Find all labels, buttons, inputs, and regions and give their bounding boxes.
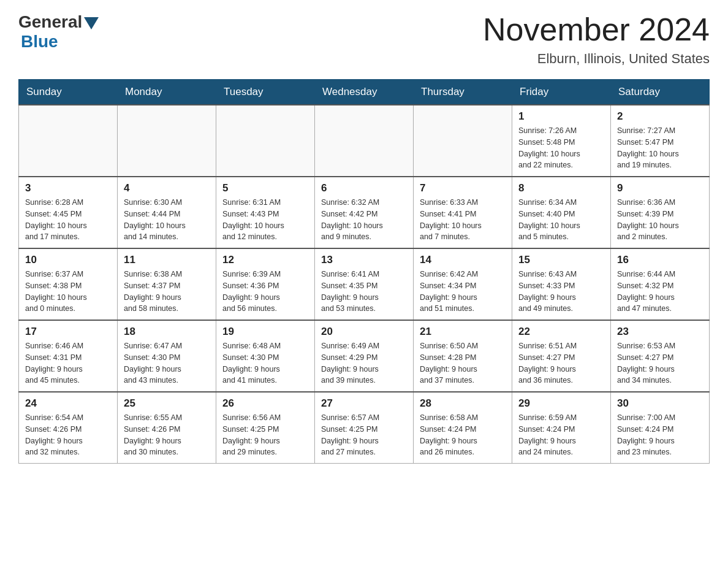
calendar-header-row: SundayMondayTuesdayWednesdayThursdayFrid… [19,80,710,105]
day-info: Sunrise: 6:34 AMSunset: 4:40 PMDaylight:… [518,197,604,243]
logo-triangle-icon [84,17,99,29]
calendar-day-header: Tuesday [216,80,315,105]
calendar-week-row: 1Sunrise: 7:26 AMSunset: 5:48 PMDaylight… [19,105,710,177]
day-number: 3 [25,182,111,194]
calendar-cell: 1Sunrise: 7:26 AMSunset: 5:48 PMDaylight… [512,105,611,177]
calendar-cell: 10Sunrise: 6:37 AMSunset: 4:38 PMDayligh… [19,248,118,320]
day-number: 10 [25,254,111,266]
calendar-cell: 17Sunrise: 6:46 AMSunset: 4:31 PMDayligh… [19,320,118,392]
day-info: Sunrise: 6:48 AMSunset: 4:30 PMDaylight:… [222,340,308,386]
day-info: Sunrise: 6:56 AMSunset: 4:25 PMDaylight:… [222,412,308,458]
calendar-cell [216,105,315,177]
day-info: Sunrise: 6:39 AMSunset: 4:36 PMDaylight:… [222,269,308,315]
day-number: 14 [420,254,506,266]
day-info: Sunrise: 6:33 AMSunset: 4:41 PMDaylight:… [420,197,506,243]
day-info: Sunrise: 6:46 AMSunset: 4:31 PMDaylight:… [25,340,111,386]
day-number: 28 [420,397,506,410]
day-number: 23 [617,326,703,338]
calendar-day-header: Friday [512,80,611,105]
day-info: Sunrise: 6:41 AMSunset: 4:35 PMDaylight:… [321,269,407,315]
day-number: 27 [321,397,407,410]
calendar-cell: 15Sunrise: 6:43 AMSunset: 4:33 PMDayligh… [512,248,611,320]
calendar-cell: 23Sunrise: 6:53 AMSunset: 4:27 PMDayligh… [611,320,710,392]
day-number: 22 [518,326,604,338]
day-number: 12 [222,254,308,266]
logo: General Blue [18,12,100,52]
day-number: 9 [617,182,703,194]
day-info: Sunrise: 6:43 AMSunset: 4:33 PMDaylight:… [518,269,604,315]
calendar-cell: 27Sunrise: 6:57 AMSunset: 4:25 PMDayligh… [315,392,414,464]
calendar-day-header: Saturday [611,80,710,105]
day-info: Sunrise: 6:38 AMSunset: 4:37 PMDaylight:… [124,269,210,315]
day-info: Sunrise: 6:47 AMSunset: 4:30 PMDaylight:… [124,340,210,386]
day-info: Sunrise: 7:27 AMSunset: 5:47 PMDaylight:… [617,125,703,171]
day-info: Sunrise: 6:50 AMSunset: 4:28 PMDaylight:… [420,340,506,386]
calendar-table: SundayMondayTuesdayWednesdayThursdayFrid… [18,79,710,464]
day-number: 11 [124,254,210,266]
day-info: Sunrise: 6:30 AMSunset: 4:44 PMDaylight:… [124,197,210,243]
day-info: Sunrise: 6:44 AMSunset: 4:32 PMDaylight:… [617,269,703,315]
calendar-cell: 20Sunrise: 6:49 AMSunset: 4:29 PMDayligh… [315,320,414,392]
day-number: 4 [124,182,210,194]
calendar-cell: 4Sunrise: 6:30 AMSunset: 4:44 PMDaylight… [118,177,216,248]
calendar-cell: 6Sunrise: 6:32 AMSunset: 4:42 PMDaylight… [315,177,414,248]
day-number: 20 [321,326,407,338]
calendar-cell: 26Sunrise: 6:56 AMSunset: 4:25 PMDayligh… [216,392,315,464]
calendar-cell: 25Sunrise: 6:55 AMSunset: 4:26 PMDayligh… [118,392,216,464]
month-title: November 2024 [483,12,710,47]
calendar-cell: 11Sunrise: 6:38 AMSunset: 4:37 PMDayligh… [118,248,216,320]
day-number: 15 [518,254,604,266]
day-number: 24 [25,397,111,410]
calendar-cell: 9Sunrise: 6:36 AMSunset: 4:39 PMDaylight… [611,177,710,248]
calendar-cell: 2Sunrise: 7:27 AMSunset: 5:47 PMDaylight… [611,105,710,177]
day-number: 17 [25,326,111,338]
calendar-day-header: Monday [118,80,216,105]
day-number: 13 [321,254,407,266]
calendar-cell: 8Sunrise: 6:34 AMSunset: 4:40 PMDaylight… [512,177,611,248]
calendar-week-row: 3Sunrise: 6:28 AMSunset: 4:45 PMDaylight… [19,177,710,248]
calendar-cell: 29Sunrise: 6:59 AMSunset: 4:24 PMDayligh… [512,392,611,464]
day-info: Sunrise: 6:28 AMSunset: 4:45 PMDaylight:… [25,197,111,243]
day-number: 18 [124,326,210,338]
calendar-cell: 12Sunrise: 6:39 AMSunset: 4:36 PMDayligh… [216,248,315,320]
calendar-cell: 30Sunrise: 7:00 AMSunset: 4:24 PMDayligh… [611,392,710,464]
day-info: Sunrise: 6:36 AMSunset: 4:39 PMDaylight:… [617,197,703,243]
day-number: 7 [420,182,506,194]
calendar-cell: 13Sunrise: 6:41 AMSunset: 4:35 PMDayligh… [315,248,414,320]
calendar-cell: 16Sunrise: 6:44 AMSunset: 4:32 PMDayligh… [611,248,710,320]
title-section: November 2024 Elburn, Illinois, United S… [483,12,710,67]
day-info: Sunrise: 6:37 AMSunset: 4:38 PMDaylight:… [25,269,111,315]
day-info: Sunrise: 6:51 AMSunset: 4:27 PMDaylight:… [518,340,604,386]
calendar-cell [414,105,512,177]
calendar-day-header: Sunday [19,80,118,105]
day-number: 30 [617,397,703,410]
day-info: Sunrise: 6:54 AMSunset: 4:26 PMDaylight:… [25,412,111,458]
location-title: Elburn, Illinois, United States [483,51,710,67]
day-info: Sunrise: 6:53 AMSunset: 4:27 PMDaylight:… [617,340,703,386]
calendar-day-header: Wednesday [315,80,414,105]
calendar-cell: 28Sunrise: 6:58 AMSunset: 4:24 PMDayligh… [414,392,512,464]
calendar-cell: 3Sunrise: 6:28 AMSunset: 4:45 PMDaylight… [19,177,118,248]
calendar-cell [315,105,414,177]
calendar-cell [118,105,216,177]
calendar-cell: 19Sunrise: 6:48 AMSunset: 4:30 PMDayligh… [216,320,315,392]
logo-blue-text: Blue [21,32,58,52]
day-number: 2 [617,110,703,123]
day-info: Sunrise: 6:59 AMSunset: 4:24 PMDaylight:… [518,412,604,458]
day-number: 16 [617,254,703,266]
logo-text: General [18,12,100,32]
calendar-week-row: 17Sunrise: 6:46 AMSunset: 4:31 PMDayligh… [19,320,710,392]
calendar-cell [19,105,118,177]
day-info: Sunrise: 6:57 AMSunset: 4:25 PMDaylight:… [321,412,407,458]
day-info: Sunrise: 6:58 AMSunset: 4:24 PMDaylight:… [420,412,506,458]
day-info: Sunrise: 6:49 AMSunset: 4:29 PMDaylight:… [321,340,407,386]
day-info: Sunrise: 6:32 AMSunset: 4:42 PMDaylight:… [321,197,407,243]
logo-general-text: General [18,12,82,32]
day-info: Sunrise: 7:26 AMSunset: 5:48 PMDaylight:… [518,125,604,171]
day-number: 8 [518,182,604,194]
day-number: 21 [420,326,506,338]
calendar-week-row: 10Sunrise: 6:37 AMSunset: 4:38 PMDayligh… [19,248,710,320]
day-number: 19 [222,326,308,338]
calendar-cell: 21Sunrise: 6:50 AMSunset: 4:28 PMDayligh… [414,320,512,392]
day-info: Sunrise: 6:31 AMSunset: 4:43 PMDaylight:… [222,197,308,243]
